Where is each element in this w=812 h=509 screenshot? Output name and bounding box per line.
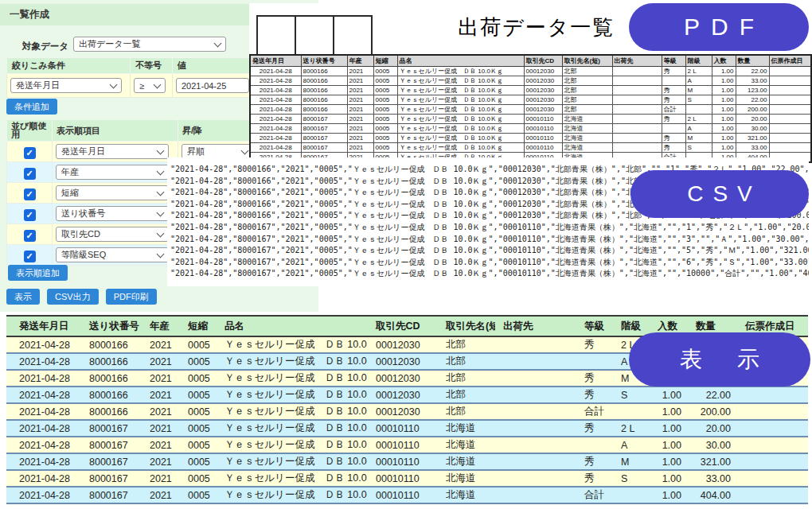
table-row: 2021-04-28800016620210005Ｙｅｓセルリー促成 ＤＢ 10… (6, 403, 808, 420)
pdf-cell (769, 95, 811, 105)
display-cell: 1.00 (650, 420, 688, 437)
display-cell: Ｙｅｓセルリー促成 ＤＢ 10.0Ｋｇ (217, 453, 368, 470)
display-cell: Ｙｅｓセルリー促成 ＤＢ 10.0Ｋｇ (217, 370, 368, 387)
sort-use-checkbox[interactable]: ✓ (24, 188, 36, 200)
sort-item-value: 取引先CD (61, 228, 100, 240)
pdf-cell: 2021-04-28 (250, 124, 301, 134)
target-data-select[interactable]: 出荷データ一覧 (73, 37, 226, 52)
pdf-cell: 20.00 (736, 115, 769, 124)
pdf-cell: 8000167 (301, 124, 347, 134)
pdf-cell (612, 105, 662, 115)
pdf-cell: 2021 (347, 86, 373, 95)
pdf-cell: 22.00 (736, 95, 769, 105)
display-cell (737, 420, 808, 437)
pdf-cell (769, 124, 811, 134)
pdf-cell: 00010110 (524, 143, 562, 153)
pdf-column-header: 品名 (397, 55, 524, 67)
sort-item-select[interactable]: 発送年月日 (56, 144, 169, 159)
pdf-print-button[interactable]: PDF印刷 (106, 289, 157, 305)
display-cell: 秀 (576, 387, 613, 403)
display-cell: 404.00 (688, 487, 737, 503)
sort-use-checkbox[interactable]: ✓ (24, 147, 36, 159)
display-cell: 秀 (576, 470, 613, 487)
filter-header-condition: 絞りこみ条件 (7, 58, 131, 74)
sort-item-select[interactable]: 短縮 (56, 185, 169, 200)
pdf-cell: Ｙｅｓセルリー促成 ＤＢ 10.0Ｋｇ (397, 95, 524, 105)
pdf-cell: Ｙｅｓセルリー促成 ＤＢ 10.0Ｋｇ (397, 143, 524, 153)
display-callout-badge: 表 示 (629, 332, 810, 387)
display-column-header: 階級 (613, 316, 650, 336)
pdf-cell: 00010110 (524, 124, 562, 134)
chevron-down-icon (157, 188, 165, 196)
display-cell: 北部 (438, 336, 495, 353)
display-cell: 0005 (180, 403, 217, 420)
pdf-cell: 2021-04-28 (250, 86, 301, 95)
display-cell: 北部 (438, 403, 495, 420)
csv-output-button[interactable]: CSV出力 (47, 289, 99, 305)
csv-line: "2021-04-28","8000167","2021","0005","Ｙｅ… (170, 268, 809, 280)
display-cell: 8000167 (81, 437, 142, 453)
filter-condition-table: 絞りこみ条件 不等号 値 発送年月日 ≥ 2021-04-25 (6, 57, 258, 98)
pdf-cell: 2021-04-28 (250, 134, 301, 143)
display-cell: 秀 (576, 336, 613, 353)
chevron-down-icon (154, 81, 162, 89)
sort-item-select[interactable]: 等階級SEQ (56, 247, 169, 262)
display-cell: 合計 (576, 403, 613, 420)
filter-header-operator: 不等号 (131, 58, 173, 74)
show-button[interactable]: 表示 (6, 289, 40, 305)
pdf-cell (612, 76, 662, 86)
display-cell: 秀 (576, 370, 613, 387)
display-cell: 2021 (142, 487, 180, 503)
display-cell (737, 387, 808, 403)
pdf-cell: 0005 (373, 124, 397, 134)
display-cell: 2021 (142, 453, 180, 470)
pdf-cell: 200.00 (736, 105, 769, 115)
sort-order-value: 昇順 (187, 146, 205, 157)
pdf-cell: 秀 (662, 67, 685, 76)
display-cell: 北海道 (438, 453, 495, 470)
sort-use-checkbox[interactable]: ✓ (24, 251, 36, 262)
csv-line: "2021-04-28","8000167","2021","0005","Ｙｅ… (170, 245, 809, 257)
display-cell: 2021-04-28 (6, 437, 81, 453)
display-cell: 1.00 (650, 470, 688, 487)
filter-operator-select[interactable]: ≥ (134, 78, 166, 93)
sort-item-select[interactable]: 年産 (56, 165, 169, 180)
pdf-cell (769, 86, 811, 95)
pdf-cell: 2021-04-28 (250, 115, 301, 124)
sort-use-checkbox[interactable]: ✓ (24, 168, 36, 180)
chevron-down-icon (241, 147, 249, 155)
display-cell: 200.00 (688, 403, 737, 420)
sort-item-select[interactable]: 取引先CD (56, 227, 169, 242)
display-cell: 2021-04-28 (6, 387, 81, 403)
add-sort-order-button[interactable]: 表示順追加 (8, 265, 68, 281)
display-cell: 8000167 (81, 487, 142, 503)
pdf-callout-badge: PDF (629, 3, 809, 51)
pdf-cell: A (685, 124, 712, 134)
pdf-column-header: 階級 (685, 55, 712, 67)
display-cell: 00012030 (368, 353, 438, 370)
display-cell: 0005 (180, 487, 217, 503)
sort-item-select[interactable]: 送り状番号 (56, 206, 169, 221)
pdf-cell: Ｙｅｓセルリー促成 ＤＢ 10.0Ｋｇ (397, 76, 524, 86)
pdf-table-row: 2021-04-28800016720210005Ｙｅｓセルリー促成 ＤＢ 10… (250, 134, 811, 143)
sort-use-checkbox[interactable]: ✓ (24, 209, 36, 221)
pdf-cell: 北部 (562, 95, 612, 105)
add-condition-button[interactable]: 条件追加 (6, 99, 57, 115)
pdf-cell: 2021 (347, 143, 373, 153)
display-cell: 北部 (438, 370, 495, 387)
pdf-cell: 1.00 (712, 115, 736, 124)
filter-field-select[interactable]: 発送年月日 (10, 78, 122, 93)
display-cell: 北海道 (438, 470, 495, 487)
pdf-cell: 8000167 (301, 115, 347, 124)
sort-use-checkbox[interactable]: ✓ (24, 230, 36, 242)
pdf-cell: 321.00 (736, 134, 769, 143)
sort-item-value: 等階級SEQ (61, 249, 106, 261)
filter-value-input[interactable]: 2021-04-25 (176, 78, 249, 93)
display-cell: 321.00 (688, 453, 737, 470)
csv-line: "2021-04-28","8000167","2021","0005","Ｙｅ… (170, 222, 809, 234)
pdf-cell: 2021 (347, 124, 373, 134)
display-cell: 1.00 (650, 453, 688, 470)
pdf-header-row: 発送年月日送り状番号年産短縮品名取引先CD取引先名(短)出荷先等級階級入数数量伝… (250, 55, 811, 67)
pdf-cell (612, 124, 662, 134)
pdf-cell: 0005 (373, 134, 397, 143)
